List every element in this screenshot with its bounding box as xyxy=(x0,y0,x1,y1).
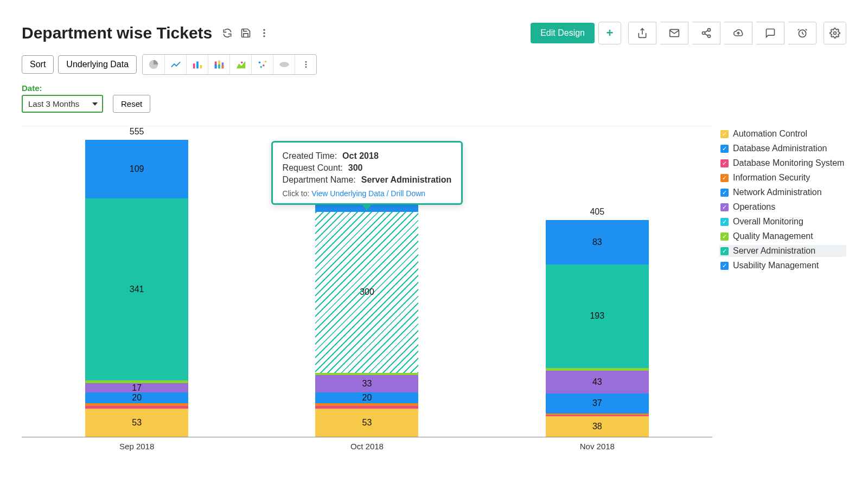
svg-rect-25 xyxy=(221,66,224,69)
tooltip-request-count-label: Request Count: xyxy=(283,163,343,173)
bar-segment[interactable]: 193 xyxy=(546,264,649,368)
bar-column[interactable]: 555532017341109Sep 2018 xyxy=(85,127,188,437)
svg-point-28 xyxy=(263,64,265,67)
bar-segment[interactable]: 43 xyxy=(546,371,649,393)
pie-chart-icon[interactable] xyxy=(143,55,164,74)
line-chart-icon[interactable] xyxy=(164,55,186,74)
chart-tooltip: Created Time:Oct 2018 Request Count:300 … xyxy=(271,141,463,205)
reset-button[interactable]: Reset xyxy=(113,95,150,113)
area-chart-icon[interactable] xyxy=(229,55,251,74)
svg-line-13 xyxy=(797,29,799,31)
filter-date-label: Date: xyxy=(22,83,846,93)
legend-item-label: Server Administration xyxy=(733,246,815,256)
legend-checkbox-icon: ✓ xyxy=(720,145,729,153)
bar-segment[interactable]: 20 xyxy=(85,392,188,403)
legend-item-label: Network Administration xyxy=(733,188,822,197)
bar-segment[interactable]: 53 xyxy=(85,409,188,437)
svg-rect-21 xyxy=(214,64,216,68)
legend-item[interactable]: ✓Database Administration xyxy=(719,143,846,154)
comment-icon[interactable] xyxy=(756,22,784,44)
svg-line-9 xyxy=(705,34,708,36)
export-icon[interactable] xyxy=(628,22,656,44)
tooltip-department-label: Department Name: xyxy=(283,175,356,185)
page-title: Department wise Tickets xyxy=(22,24,212,42)
bar-segment[interactable]: 37 xyxy=(546,393,649,414)
svg-rect-23 xyxy=(218,64,220,68)
stacked-bar-chart-icon[interactable] xyxy=(208,55,229,74)
add-button[interactable]: + xyxy=(598,22,621,44)
cloud-icon[interactable] xyxy=(724,22,752,44)
tooltip-request-count-value: 300 xyxy=(348,163,363,173)
svg-point-6 xyxy=(702,32,705,35)
bar-segment[interactable]: 33 xyxy=(315,375,418,393)
tooltip-created-time-value: Oct 2018 xyxy=(342,151,379,161)
bar-segment[interactable]: 38 xyxy=(546,416,649,437)
legend-item-label: Automation Control xyxy=(733,129,807,139)
bar-segment[interactable]: 300 xyxy=(315,212,418,372)
bar-chart-icon[interactable] xyxy=(186,55,208,74)
svg-point-7 xyxy=(707,35,710,37)
legend-item[interactable]: ✓Server Administration xyxy=(719,245,846,257)
legend-item[interactable]: ✓Operations xyxy=(719,201,846,213)
bar-total-label: 405 xyxy=(590,207,604,217)
legend-item[interactable]: ✓Information Security xyxy=(719,172,846,184)
chart-legend: ✓Automation Control✓Database Administrat… xyxy=(719,126,846,437)
legend-item-label: Database Monitoring System xyxy=(733,158,844,168)
underlying-data-button[interactable]: Underlying Data xyxy=(58,55,137,74)
legend-item[interactable]: ✓Automation Control xyxy=(719,128,846,140)
bar-segment[interactable]: 17 xyxy=(85,383,188,392)
bar-segment[interactable]: 341 xyxy=(85,198,188,381)
sort-button[interactable]: Sort xyxy=(22,55,54,74)
svg-point-0 xyxy=(264,29,265,31)
bar-segment[interactable]: 83 xyxy=(546,220,649,264)
bar-segment[interactable]: 53 xyxy=(315,409,418,437)
legend-checkbox-icon: ✓ xyxy=(720,174,729,182)
legend-item[interactable]: ✓Usability Management xyxy=(719,260,846,272)
svg-point-31 xyxy=(305,61,307,63)
tooltip-hint[interactable]: Click to: View Underlying Data / Drill D… xyxy=(283,189,452,198)
bar-segment[interactable]: 20 xyxy=(315,392,418,403)
scatter-chart-icon[interactable] xyxy=(251,55,273,74)
legend-checkbox-icon: ✓ xyxy=(720,247,729,255)
refresh-icon[interactable] xyxy=(222,28,233,38)
x-axis-label: Nov 2018 xyxy=(580,442,615,451)
svg-point-32 xyxy=(305,64,307,66)
svg-line-8 xyxy=(705,30,708,33)
more-vertical-icon[interactable] xyxy=(259,28,270,38)
svg-line-12 xyxy=(802,34,804,35)
legend-item-label: Information Security xyxy=(733,173,810,183)
map-chart-icon[interactable] xyxy=(273,55,295,74)
svg-point-1 xyxy=(264,32,265,34)
tooltip-created-time-label: Created Time: xyxy=(283,151,337,161)
mail-icon[interactable] xyxy=(660,22,688,44)
legend-item[interactable]: ✓Database Monitoring System xyxy=(719,157,846,169)
date-range-select[interactable]: Last 3 Months xyxy=(22,95,103,113)
chart-type-group xyxy=(142,54,317,75)
svg-point-27 xyxy=(258,62,260,64)
gear-icon[interactable] xyxy=(824,22,846,44)
bar-segment[interactable]: 109 xyxy=(85,140,188,198)
svg-point-15 xyxy=(834,32,837,35)
alarm-icon[interactable] xyxy=(788,22,816,44)
more-chart-types-icon[interactable] xyxy=(295,55,316,74)
svg-point-33 xyxy=(305,66,307,68)
save-icon[interactable] xyxy=(240,28,251,38)
bar-column[interactable]: 40538374319383Nov 2018 xyxy=(546,207,649,437)
legend-item-label: Overall Monitoring xyxy=(733,217,803,227)
legend-checkbox-icon: ✓ xyxy=(720,218,729,226)
svg-point-30 xyxy=(260,66,262,68)
svg-rect-19 xyxy=(200,65,202,68)
legend-checkbox-icon: ✓ xyxy=(720,159,729,167)
svg-rect-18 xyxy=(196,62,199,69)
edit-design-button[interactable]: Edit Design xyxy=(531,23,595,43)
svg-point-5 xyxy=(707,29,710,31)
legend-item-label: Usability Management xyxy=(733,261,819,270)
chart-plot[interactable]: 555532017341109Sep 201849353203330073Oct… xyxy=(22,126,712,437)
x-axis-label: Sep 2018 xyxy=(119,442,154,451)
legend-checkbox-icon: ✓ xyxy=(720,189,729,197)
legend-item[interactable]: ✓Overall Monitoring xyxy=(719,216,846,228)
share-icon[interactable] xyxy=(692,22,720,44)
svg-point-26 xyxy=(241,62,243,64)
legend-item[interactable]: ✓Quality Management xyxy=(719,230,846,242)
legend-item[interactable]: ✓Network Administration xyxy=(719,186,846,198)
